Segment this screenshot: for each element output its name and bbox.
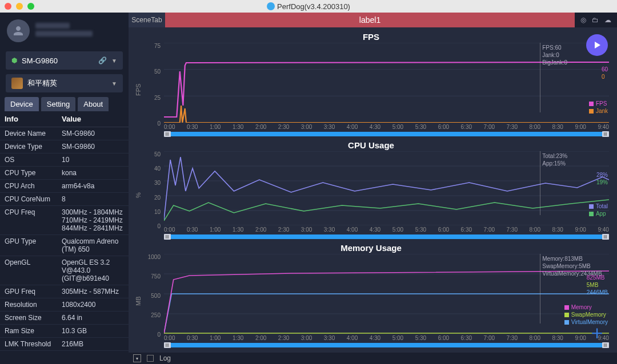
time-scrubber[interactable] [164,234,609,240]
scrub-handle-right[interactable] [602,234,609,240]
avatar[interactable] [7,19,30,42]
time-marker[interactable] [540,43,540,112]
info-value: 10.3 GB [62,327,124,335]
info-row: CPU CoreNum8 [0,193,129,206]
plot-area[interactable]: Total:23% App:15%28%19%TotalApp [164,151,609,225]
time-scrubber[interactable] [164,342,609,348]
chevron-down-icon: ▼ [111,80,117,87]
chart-memory-usage: Memory UsageMB10007505002500Memory:813MB… [133,243,609,348]
scrub-track[interactable] [171,234,602,239]
info-row: Resolution1080x2400 [0,298,129,312]
log-checkbox[interactable] [147,355,154,362]
scrub-track[interactable] [171,132,602,136]
y-ticks: 10007505002500 [143,254,163,338]
current-values: 600 [602,66,608,80]
info-key: LMK Threshold [5,340,62,348]
info-key: GPU Type [5,237,62,253]
chart-fps: FPSFPS7550250FPS:60 Jank:0 BigJank:0600F… [133,32,609,137]
profile-section [0,13,129,49]
profile-name-masked [35,23,70,29]
info-row: Screen Size6.64 in [0,312,129,325]
info-row: GPU TypeQualcomm Adreno (TM) 650 [0,235,129,256]
minimize-button[interactable] [16,3,23,10]
y-axis-label: MB [133,254,143,348]
sidebar: ⬢ SM-G9860 🔗 ▼ 和平精英 ▼ Device Setting Abo… [0,13,129,364]
profile-sub-masked [35,31,93,37]
info-row: CPU Archarm64-v8a [0,180,129,193]
info-value: 6.64 in [62,314,124,322]
add-chart-button[interactable]: ＋ [586,322,608,343]
info-row: OpenGLOpenGL ES 3.2 V@443.0 (GIT@b691e40 [0,256,129,285]
app-name: 和平精英 [27,78,107,88]
y-ticks: 50403020100 [143,151,163,229]
info-value: OpenGL ES 3.2 V@443.0 (GIT@b691e40 [62,258,124,282]
info-value: arm64-v8a [62,182,124,190]
cloud-icon[interactable]: ☁ [604,16,611,24]
time-marker[interactable] [540,254,540,323]
y-axis-label: % [133,151,143,240]
maximize-button[interactable] [27,3,34,10]
app-icon [267,2,275,10]
info-row: Device TypeSM-G9860 [0,140,129,153]
marker-readout: FPS:60 Jank:0 BigJank:0 [542,44,567,66]
info-value: SM-G9860 [62,143,124,151]
main-panel: SceneTab label1 ◎ 🗀 ☁ ＋ FPSFPS7550250FPS… [129,13,617,364]
time-marker[interactable] [540,151,540,215]
info-value: 10 [62,156,124,164]
y-axis-label: FPS [133,43,143,137]
info-row: LMK Threshold216MB [0,338,129,351]
charts-area: ＋ FPSFPS7550250FPS:60 Jank:0 BigJank:060… [129,27,617,353]
scrub-handle-right[interactable] [602,131,609,137]
x-ticks: 0:000:301:001:302:002:303:003:304:004:30… [164,335,609,341]
info-row: Device NameSM-G9860 [0,127,129,140]
info-key: GPU Freq [5,288,62,296]
plot-area[interactable]: Memory:813MB SwapMemory:5MB VirtualMemor… [164,254,609,334]
info-row: OS10 [0,153,129,167]
tab-setting[interactable]: Setting [41,97,75,111]
app-select[interactable]: 和平精英 ▼ [6,74,123,92]
marker-readout: Total:23% App:15% [542,152,567,167]
x-ticks: 0:000:301:001:302:002:303:003:304:004:30… [164,124,609,130]
info-header: Info Value [0,111,129,127]
info-row: CPU Typekona [0,167,129,180]
scrub-handle-left[interactable] [164,342,171,348]
close-button[interactable] [5,3,11,10]
info-value: kona [62,169,124,177]
info-value: 8 [62,195,124,203]
info-key: OS [5,156,62,164]
scrub-handle-left[interactable] [164,234,171,240]
tab-about[interactable]: About [78,97,109,111]
play-button[interactable] [586,34,608,56]
device-name: SM-G9860 [22,56,94,65]
info-value: 216MB [62,340,124,348]
plot-area[interactable]: FPS:60 Jank:0 BigJank:0600FPSJank [164,43,609,123]
info-row: CPU Freq300MHz - 1804MHz 710MHz - 2419MH… [0,206,129,235]
chevron-down-icon: ▼ [111,58,117,64]
info-key: CPU Type [5,169,62,177]
location-icon[interactable]: ◎ [580,16,586,24]
tab-device[interactable]: Device [5,97,39,111]
folder-icon[interactable]: 🗀 [592,16,599,24]
info-key: CPU CoreNum [5,195,62,203]
scenetab-button[interactable]: SceneTab [129,13,165,27]
info-value: Qualcomm Adreno (TM) 650 [62,237,124,253]
info-value: 305MHz - 587MHz [62,288,124,296]
current-values: 825MB5MB2446MB [587,274,608,296]
toggle-panel-icon[interactable]: ▾ [133,354,141,362]
scrub-handle-left[interactable] [164,131,171,137]
y-ticks: 7550250 [143,43,163,127]
chart-title: CPU Usage [133,140,609,150]
info-row: Ram Size10.3 GB [0,325,129,338]
chart-title: FPS [133,32,609,42]
link-icon: 🔗 [98,56,107,64]
scene-label[interactable]: label1 [165,13,575,27]
info-key: CPU Arch [5,182,62,190]
info-table: Device NameSM-G9860Device TypeSM-G9860OS… [0,127,129,364]
time-scrubber[interactable] [164,131,609,137]
android-icon: ⬢ [11,56,17,64]
device-select[interactable]: ⬢ SM-G9860 🔗 ▼ [6,51,123,70]
chart-cpu-usage: CPU Usage%50403020100Total:23% App:15%28… [133,140,609,240]
scrub-track[interactable] [171,343,602,347]
bottombar: ▾ Log [129,353,617,364]
titlebar: PerfDog(v3.4.200310) [0,0,617,13]
